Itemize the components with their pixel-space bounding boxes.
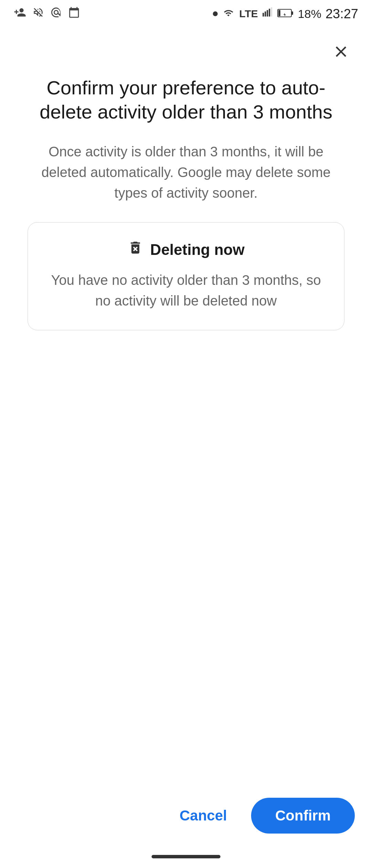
svg-rect-2: [267, 10, 268, 17]
time-display: 23:27: [326, 7, 358, 21]
mute-icon: [32, 7, 44, 21]
battery-percentage: 18%: [298, 7, 321, 21]
dialog-content: Confirm your preference to auto-delete a…: [0, 69, 372, 330]
svg-rect-4: [271, 7, 272, 17]
dot-indicator: [213, 11, 218, 16]
cancel-button[interactable]: Cancel: [166, 798, 241, 834]
info-card-header: Deleting now: [49, 240, 323, 259]
info-card-heading: Deleting now: [150, 241, 245, 258]
confirm-button[interactable]: Confirm: [251, 798, 355, 834]
person-add-icon: [14, 6, 26, 21]
close-icon: [332, 43, 350, 61]
home-indicator: [152, 855, 220, 858]
dialog-description: Once activity is older than 3 months, it…: [24, 141, 348, 203]
svg-rect-1: [265, 11, 266, 17]
calendar-icon: [68, 7, 80, 21]
close-button-row: [0, 28, 372, 69]
trash-icon: [127, 240, 143, 259]
info-card: Deleting now You have no activity older …: [28, 222, 344, 330]
wifi-icon: [222, 7, 235, 21]
svg-rect-0: [262, 13, 264, 17]
svg-rect-7: [278, 10, 280, 16]
dialog-title: Confirm your preference to auto-delete a…: [24, 76, 348, 124]
status-bar: LTE 18% 23:27: [0, 0, 372, 28]
status-bar-left: [14, 6, 80, 21]
signal-icon: [262, 7, 273, 21]
battery-icon: [277, 7, 294, 21]
close-button[interactable]: [327, 38, 355, 65]
info-card-body: You have no activity older than 3 months…: [49, 270, 323, 311]
bottom-action-bar: Cancel Confirm: [0, 798, 372, 834]
lte-indicator: LTE: [239, 8, 258, 20]
at-icon: [50, 7, 62, 21]
status-bar-right: LTE 18% 23:27: [213, 7, 358, 21]
svg-rect-6: [291, 11, 293, 15]
svg-rect-3: [269, 9, 270, 17]
